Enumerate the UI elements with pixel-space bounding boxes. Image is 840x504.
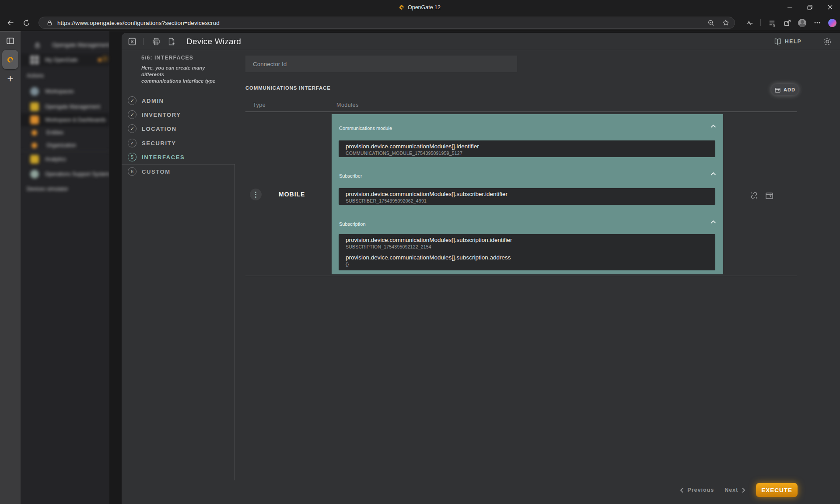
steps-divider <box>122 164 234 164</box>
new-tab-button[interactable]: + <box>2 72 18 86</box>
grid-icon <box>30 56 39 64</box>
window-title: OpenGate 12 <box>408 4 441 10</box>
table-bottom-border <box>245 276 797 276</box>
share-icon[interactable] <box>783 18 791 27</box>
step-inventory[interactable]: ✓ INVENTORY <box>128 110 181 119</box>
back-button[interactable] <box>6 18 15 27</box>
subscriber-field[interactable]: provision.device.communicationModules[].… <box>339 188 715 205</box>
sidebar-item-workspace-dashboards[interactable]: Workspace & Dashboards <box>21 113 109 126</box>
minimize-button[interactable] <box>780 0 800 14</box>
app-sidebar: Opengate Management My OpenGate Actions … <box>21 31 109 504</box>
tab-panel-toggle-button[interactable] <box>2 34 18 48</box>
communications-module-field[interactable]: provision.device.communicationModules[].… <box>339 140 715 157</box>
section-communications-module: Communications module <box>339 126 392 131</box>
add-interface-button[interactable]: ADD <box>771 84 798 95</box>
refresh-button[interactable] <box>22 18 31 27</box>
unlink-icon[interactable] <box>749 190 759 200</box>
address-bar[interactable]: https://www.opengate.es/configurations?s… <box>38 17 735 29</box>
export-document-button[interactable] <box>167 37 176 46</box>
analytics-icon <box>30 155 39 164</box>
lock-icon[interactable] <box>45 18 54 27</box>
browser-window: OpenGate 12 https://www.opengate.es/conf… <box>0 0 840 504</box>
collapse-chevron-icon[interactable] <box>709 171 717 177</box>
row-menu-button[interactable] <box>250 189 262 200</box>
previous-button[interactable]: Previous <box>680 487 714 493</box>
edge-side-rail: + <box>0 31 21 504</box>
step-number: 5 <box>128 153 136 161</box>
lock-icon <box>34 42 41 49</box>
sidebar-item-organization[interactable]: Organization <box>21 139 109 152</box>
zoom-indicator-icon[interactable] <box>707 18 715 27</box>
browser-titlebar: OpenGate 12 <box>0 0 840 14</box>
sidebar-item-workspaces[interactable]: Workspaces <box>21 85 109 98</box>
row-type-label: MOBILE <box>279 191 305 198</box>
wizard-header: Device Wizard HELP <box>122 33 840 50</box>
step-admin[interactable]: ✓ ADMIN <box>128 96 164 105</box>
connector-id-input[interactable] <box>245 56 517 72</box>
organization-icon <box>32 143 37 148</box>
section-subscriber: Subscriber <box>339 173 362 178</box>
entities-icon <box>32 130 37 136</box>
sidebar-item-analytics[interactable]: Analytics <box>21 153 109 166</box>
sidebar-item-operations-support[interactable]: Operations Support System <box>21 168 109 181</box>
sidebar-item-my-opengate[interactable]: My OpenGate <box>21 53 109 66</box>
chevron-right-icon <box>742 487 746 493</box>
steps-column-border <box>234 164 235 480</box>
step-number: 6 <box>128 167 136 176</box>
step-check-icon: ✓ <box>128 124 136 133</box>
chevron-left-icon <box>680 487 684 493</box>
background-blob <box>102 56 108 61</box>
communications-interface-title: COMMUNICATIONS INTERFACE <box>245 85 331 91</box>
wizard-title: Device Wizard <box>186 33 241 50</box>
opengate-logo-icon <box>6 56 14 63</box>
add-box-icon <box>774 87 781 93</box>
copilot-icon[interactable] <box>828 19 836 27</box>
execute-button[interactable]: EXECUTE <box>756 483 798 497</box>
sidebar-item-devices-simulator[interactable]: Devices simulator <box>21 182 109 196</box>
sidebar-item-opengate-management[interactable]: Opengate Management <box>21 100 109 113</box>
step-interfaces[interactable]: 5 INTERFACES <box>128 153 185 161</box>
column-header-modules: Modules <box>336 102 359 108</box>
opengate-favicon-icon <box>399 4 405 10</box>
next-button[interactable]: Next <box>724 487 746 493</box>
step-custom[interactable]: 6 CUSTOM <box>128 167 171 176</box>
toolbar-separator <box>760 19 761 26</box>
collections-icon[interactable] <box>767 18 776 27</box>
url-text[interactable]: https://www.opengate.es/configurations?s… <box>57 20 220 26</box>
sidebar-item-entities[interactable]: Entities <box>21 126 109 139</box>
wizard-settings-icon[interactable] <box>822 37 832 46</box>
wizard-footer: Previous Next EXECUTE <box>680 483 798 497</box>
browser-essentials-icon[interactable] <box>745 18 754 27</box>
browser-toolbar: https://www.opengate.es/configurations?s… <box>0 14 840 31</box>
device-wizard-panel: Device Wizard HELP 5/6: INTERFACES Here,… <box>122 33 840 504</box>
close-window-button[interactable] <box>820 0 840 14</box>
step-location[interactable]: ✓ LOCATION <box>128 124 177 133</box>
workspace-title: Opengate Management <box>52 42 109 48</box>
header-separator <box>143 38 144 45</box>
close-wizard-button[interactable] <box>128 37 136 46</box>
collapse-chevron-icon[interactable] <box>709 123 717 129</box>
collapse-chevron-icon[interactable] <box>709 219 717 225</box>
step-check-icon: ✓ <box>128 139 136 147</box>
section-subscription: Subscription <box>339 221 366 227</box>
settings-menu-icon[interactable] <box>813 18 822 27</box>
modules-panel: Communications module provision.device.c… <box>332 114 723 274</box>
step-progress-label: 5/6: INTERFACES <box>141 55 193 61</box>
step-check-icon: ✓ <box>128 96 136 105</box>
oss-icon <box>30 170 39 178</box>
help-button[interactable]: HELP <box>774 33 802 50</box>
sidebar-item-actions[interactable]: Actions <box>21 69 109 82</box>
edit-module-icon[interactable] <box>764 190 774 200</box>
favorite-star-icon[interactable] <box>721 18 730 27</box>
notification-dot <box>98 58 102 62</box>
workspaces-icon <box>30 87 39 96</box>
subscription-fields[interactable]: provision.device.communicationModules[].… <box>339 234 715 270</box>
step-security[interactable]: ✓ SECURITY <box>128 139 176 147</box>
column-header-type: Type <box>253 102 266 108</box>
profile-avatar[interactable] <box>798 19 806 27</box>
table-header-border <box>245 112 797 112</box>
restore-button[interactable] <box>800 0 820 14</box>
print-button[interactable] <box>152 37 161 46</box>
step-description: Here, you can create many differents com… <box>141 65 229 84</box>
opengate-app-tab[interactable] <box>2 50 18 69</box>
